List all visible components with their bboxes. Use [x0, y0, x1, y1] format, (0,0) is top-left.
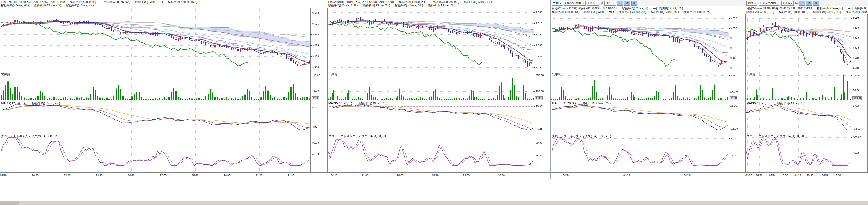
- contract-select[interactable]: 11/06▼: [587, 1, 599, 6]
- x-axis-label: 20:00: [397, 174, 404, 177]
- status-bar-segment: [0, 201, 19, 205]
- chart-panel-15min: 日経225mini 11/06( 15分) 2011/04/08 - 2011/…: [327, 0, 551, 179]
- y-axis-label: 100.00: [853, 136, 861, 139]
- y-axis-label: 9.505: [853, 46, 860, 49]
- plot-area: 出来高 MACD( 12, 26, 9 )移動平均( Close, 75 ) ス…: [551, 14, 745, 173]
- y-axis-label: 9.665: [536, 11, 542, 14]
- chart-canvas[interactable]: [0, 8, 327, 173]
- x-axis-label: 16:30: [834, 174, 841, 177]
- y-axis-label: 9.610: [312, 11, 319, 14]
- chart-canvas[interactable]: [551, 14, 745, 173]
- y-axis-label: 300.00: [730, 91, 739, 94]
- volume-unit-label: ×1000: [852, 96, 862, 100]
- indicator-label: 移動平均( Close, 75 ): [683, 10, 711, 13]
- volume-section-label: 出来高: [552, 72, 561, 77]
- time-axis: 04/1512:0020:0004/1812:0020:00: [327, 173, 551, 179]
- indicator-label: 移動平均( Close, 40 ): [395, 4, 423, 7]
- y-axis-label: 6.50: [312, 106, 317, 109]
- period-month-button[interactable]: 月: [813, 1, 819, 6]
- chevron-down-icon: ▼: [777, 1, 779, 5]
- chart-canvas[interactable]: [745, 14, 868, 173]
- y-axis-label: 95.00: [730, 137, 737, 140]
- y-axis-label: 550.00: [536, 74, 544, 77]
- chart-title: 日経225mini 11/06( 60分) 2011/04/08 - 2011/…: [746, 7, 812, 10]
- header-row-2: 移動平均( Close, 10 )移動平均( Close, 150 )移動平均(…: [552, 10, 744, 14]
- chart-panel-30min: 先物▼ 日経225mini▼ 11/06▼ 足 30分▼ 日 週 月 日経225…: [551, 0, 745, 179]
- indicator-label: 移動平均( Close, 20 ): [619, 10, 646, 13]
- y-axis-label: 200.00: [536, 90, 544, 93]
- market-select[interactable]: 先物▼: [746, 1, 757, 6]
- y-axis-label: 25.00: [730, 104, 737, 107]
- y-axis-label: 9.385: [853, 66, 860, 69]
- y-axis-label: 40.00: [312, 152, 319, 156]
- time-axis: 04/1404/1504/18: [551, 173, 745, 179]
- stoch-section-label: スロー・ストキャスティクス( 14, 3, 80, 20 ): [747, 134, 805, 138]
- y-axis-label: 120.00: [853, 74, 861, 77]
- indicator-label: 移動平均( Close, 150 ): [328, 4, 358, 7]
- y-axis-label: 9.500: [536, 44, 542, 47]
- chevron-down-icon: ▼: [596, 1, 598, 5]
- timeframe-label: 足: [600, 1, 603, 5]
- x-axis-label: 12:00: [64, 174, 71, 177]
- y-axis-label: 45.00: [312, 89, 319, 92]
- instrument-select[interactable]: 日経225mini▼: [758, 1, 780, 6]
- indicator-label: 移動平均( Close, 150 ): [779, 10, 808, 13]
- indicator-label: 一目均衡表( 9, 26, 52 ): [848, 7, 867, 10]
- y-axis-label: 9.665: [730, 17, 737, 20]
- y-axis-label: 80.00: [312, 141, 319, 144]
- volume-section-label: 出来高: [1, 72, 10, 77]
- indicator-label: 一目均衡表( 9, 26, 52 ): [100, 0, 130, 3]
- y-axis-label: 9.555: [730, 36, 737, 39]
- x-axis-label: 21:20: [256, 174, 262, 177]
- period-month-button[interactable]: 月: [631, 1, 637, 6]
- y-axis-label: 17.00: [853, 104, 860, 107]
- indicator-label: 移動平均( Close, 5 ): [399, 0, 425, 3]
- period-week-button[interactable]: 週: [624, 1, 630, 6]
- indicator-label: 移動平均( Close, 10 ): [746, 10, 774, 13]
- period-day-button[interactable]: 日: [617, 1, 623, 6]
- chevron-down-icon: ▼: [582, 1, 584, 5]
- x-axis-label: 04/14: [563, 174, 569, 177]
- period-week-button[interactable]: 週: [806, 1, 812, 6]
- indicator-label: 移動平均( Close, 10 ): [552, 10, 579, 13]
- chart-canvas[interactable]: [327, 8, 551, 173]
- x-axis-label: 12:00: [362, 174, 369, 177]
- contract-select[interactable]: 11/06▼: [781, 1, 794, 6]
- volume-section-label: 出来高: [329, 72, 337, 77]
- y-axis-label: 35.00: [536, 154, 542, 157]
- chart-title: 日経225mini 11/06( 5分) 2011/04/13 - 2011/0…: [1, 0, 65, 3]
- x-axis-label: 04/15: [331, 174, 338, 177]
- header-row-1: 日経225mini 11/06( 30分) 2011/04/08 - 2011/…: [552, 7, 744, 10]
- time-axis: 04/1316:3004/1416:3004/1516:3004/1816:30: [745, 173, 868, 179]
- y-axis-label: 9.565: [853, 36, 860, 39]
- period-day-button[interactable]: 日: [799, 1, 805, 6]
- indicator-label: 移動平均( Close, 75 ): [428, 4, 455, 7]
- chevron-down-icon: ▼: [560, 1, 562, 5]
- x-axis-label: 04/18: [0, 174, 7, 177]
- y-axis-label: 9.430: [312, 55, 319, 58]
- y-axis-label: 9.625: [853, 27, 860, 30]
- indicator-label: 移動平均( Close, 5 ): [817, 7, 843, 10]
- header-row-1: 日経225mini 11/06( 60分) 2011/04/08 - 2011/…: [746, 7, 867, 10]
- indicator-label: 移動平均( Close, 40 ): [33, 4, 61, 7]
- chevron-down-icon: ▼: [790, 1, 793, 5]
- header-row-1: 日経225mini 11/06( 15分) 2011/04/08 - 2011/…: [328, 0, 550, 4]
- chart-header: 日経225mini 11/06( 5分) 2011/04/13 - 2011/0…: [0, 0, 327, 8]
- indicator-label: 移動平均( Close, 10 ): [135, 0, 163, 3]
- instrument-select[interactable]: 日経225mini▼: [564, 1, 586, 6]
- y-axis-label: 115.00: [312, 74, 320, 77]
- bottom-whitespace: [0, 179, 868, 205]
- indicator-label: 移動平均( Close, 10 ): [464, 0, 492, 3]
- timeframe-select[interactable]: 30分▼: [604, 1, 616, 6]
- x-axis-label: 17:00: [160, 174, 166, 177]
- macd-section-label: MACD( 12, 26, 9 )移動平均( Close, 75 ): [552, 101, 611, 105]
- indicator-label: 移動平均( Close, 20 ): [813, 10, 841, 13]
- y-axis-label: 10.00: [536, 105, 542, 108]
- x-axis-label: 04/14: [769, 174, 776, 177]
- header-row-1: 日経225mini 11/06( 5分) 2011/04/13 - 2011/0…: [1, 0, 326, 4]
- y-axis-label: 9.445: [536, 55, 542, 58]
- y-axis-label: 9.610: [730, 27, 737, 30]
- chart-title: 日経225mini 11/06( 15分) 2011/04/08 - 2011/…: [328, 0, 394, 3]
- market-select[interactable]: 先物▼: [552, 1, 563, 6]
- stoch-section-label: スロー・ストキャスティクス( 14, 3, 80, 20 ): [329, 134, 388, 138]
